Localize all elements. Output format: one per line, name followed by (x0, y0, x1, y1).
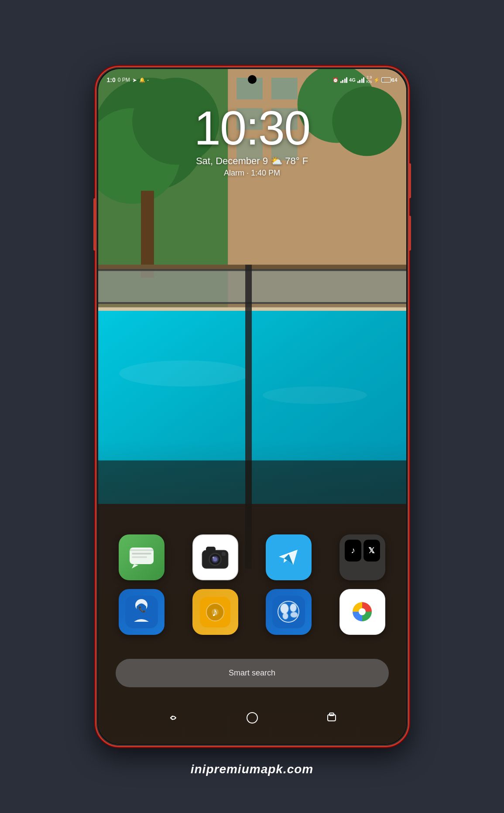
nav-arrow-icon: ➤ (132, 77, 137, 83)
svg-point-73 (291, 612, 298, 617)
weather-icon: ⛅ (271, 155, 282, 166)
status-time: 1:0 (107, 76, 116, 83)
volume-button (93, 198, 96, 251)
svg-marker-44 (132, 564, 138, 568)
svg-point-72 (290, 604, 296, 612)
svg-rect-41 (130, 549, 154, 551)
nav-back-button[interactable] (162, 707, 184, 729)
clock-alarm: Alarm · 1:40 PM (98, 169, 406, 178)
website-label-text: inipremiumapk.com (191, 762, 314, 776)
alarm-icon: ⏰ (333, 77, 339, 83)
telegram-svg-icon (272, 541, 305, 574)
page-wrapper: 1:0 0 PM ➤ 🔔 • ⏰ (0, 0, 504, 813)
x-mini-icon: 𝕏 (363, 540, 380, 562)
signal-bars-2 (357, 77, 365, 83)
network-speed: 2.9 K/s (366, 76, 372, 84)
temperature-text: 78° F (285, 155, 308, 166)
phone-frame: 1:0 0 PM ➤ 🔔 • ⏰ (95, 66, 409, 747)
svg-rect-42 (132, 553, 151, 555)
search-bar-container: Smart search (116, 659, 389, 687)
recents-icon (325, 711, 338, 724)
app-browser[interactable] (263, 589, 315, 635)
camera-punch-hole (248, 75, 257, 84)
svg-point-69 (278, 602, 298, 622)
music-svg-icon: ♪ (200, 597, 230, 627)
sound-icon: 🔔 (139, 77, 145, 83)
tiktok-mini-icon: ♪ (345, 540, 361, 562)
svg-text:📞: 📞 (138, 606, 146, 613)
clock-date-text: Sat, December 9 (196, 155, 268, 166)
svg-rect-53 (222, 552, 226, 556)
folder-empty-1 (345, 564, 361, 575)
status-left: 1:0 0 PM ➤ 🔔 • (107, 76, 149, 83)
world-svg-icon (272, 596, 305, 628)
camera-svg-icon (200, 542, 230, 573)
back-icon (166, 711, 179, 724)
svg-point-52 (213, 557, 214, 558)
phone-screen: 1:0 0 PM ➤ 🔔 • ⏰ (98, 69, 406, 744)
app-row-1: ♪ 𝕏 (116, 534, 389, 580)
app-messages[interactable] (116, 534, 168, 580)
nav-bar (98, 705, 406, 731)
status-right: ⏰ 4G (333, 76, 398, 84)
svg-rect-43 (132, 556, 147, 558)
app-camera[interactable] (189, 534, 241, 580)
app-row-2: 📞 ♪ (116, 589, 389, 635)
app-photos[interactable] (336, 589, 388, 635)
network-4g-label: 4G (349, 77, 356, 83)
clock-area: 10:30 Sat, December 9 ⛅ 78° F Alarm · 1:… (98, 104, 406, 178)
signal-bars-1 (340, 77, 348, 83)
svg-text:♪: ♪ (212, 605, 218, 619)
notification-dot: • (147, 78, 149, 82)
home-icon (246, 711, 259, 724)
status-pm: 0 PM (118, 77, 130, 83)
nav-home-button[interactable] (241, 707, 263, 729)
smart-search-bar[interactable]: Smart search (116, 659, 389, 687)
search-bar-label: Smart search (229, 668, 275, 678)
app-phone[interactable]: 📞 (116, 589, 168, 635)
svg-point-71 (283, 613, 288, 619)
svg-point-75 (359, 608, 366, 615)
svg-point-70 (281, 604, 288, 613)
app-grid: ♪ 𝕏 (98, 534, 406, 644)
app-social-folder[interactable]: ♪ 𝕏 (336, 534, 388, 580)
phone-svg-icon: 📞 (125, 596, 158, 628)
svg-point-76 (247, 713, 257, 723)
battery-percent: 14 (392, 77, 397, 83)
svg-rect-47 (206, 547, 216, 552)
website-label: inipremiumapk.com (96, 762, 408, 776)
app-telegram[interactable] (263, 534, 315, 580)
clock-date: Sat, December 9 ⛅ 78° F (98, 155, 406, 167)
clock-time: 10:30 (98, 104, 406, 152)
app-music[interactable]: ♪ (189, 589, 241, 635)
messages-svg-icon (127, 543, 156, 572)
folder-empty-2 (363, 564, 380, 575)
battery-indicator: 14 (381, 77, 397, 83)
photos-svg-icon (346, 596, 379, 628)
charging-icon: ⚡ (374, 77, 380, 83)
nav-recents-button[interactable] (321, 707, 343, 729)
